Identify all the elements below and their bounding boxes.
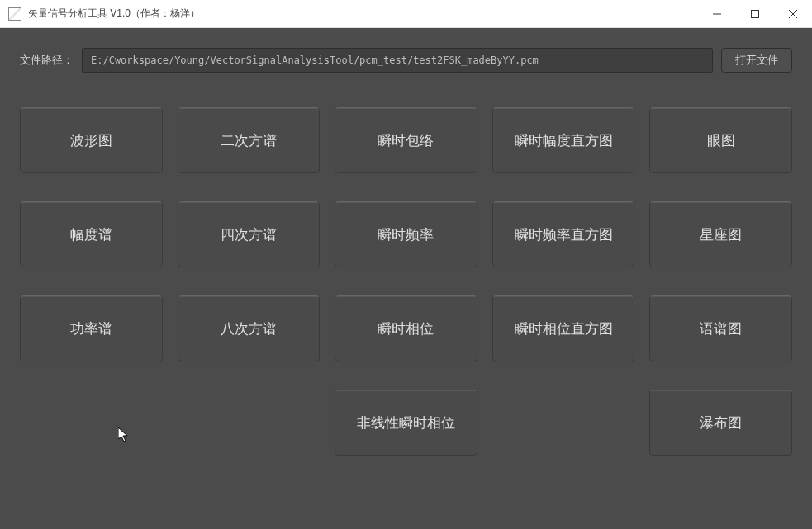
- app-body: 文件路径： 打开文件 波形图 二次方谱 瞬时包络 瞬时幅度直方图 眼图 幅度谱 …: [0, 28, 812, 529]
- amplitude-spectrum-button[interactable]: 幅度谱: [20, 201, 163, 267]
- fourth-power-spectrum-button[interactable]: 四次方谱: [178, 201, 321, 267]
- nonlinear-instant-phase-button[interactable]: 非线性瞬时相位: [335, 390, 477, 456]
- titlebar-left: 矢量信号分析工具 V1.0（作者：杨洋）: [0, 7, 200, 21]
- spectrogram-button[interactable]: 语谱图: [649, 295, 792, 361]
- instant-phase-histogram-button[interactable]: 瞬时相位直方图: [492, 295, 635, 361]
- minimize-button[interactable]: [698, 0, 736, 28]
- waterfall-button[interactable]: 瀑布图: [649, 390, 792, 456]
- eighth-power-spectrum-button[interactable]: 八次方谱: [178, 295, 321, 361]
- window-controls: [698, 0, 812, 28]
- instant-envelope-button[interactable]: 瞬时包络: [335, 107, 477, 173]
- maximize-button[interactable]: [736, 0, 774, 28]
- window-title: 矢量信号分析工具 V1.0（作者：杨洋）: [28, 7, 200, 21]
- minimize-icon: [713, 10, 721, 18]
- file-row: 文件路径： 打开文件: [20, 48, 792, 73]
- maximize-icon: [751, 10, 759, 18]
- svg-rect-1: [752, 10, 759, 17]
- button-grid: 波形图 二次方谱 瞬时包络 瞬时幅度直方图 眼图 幅度谱 四次方谱 瞬时频率 瞬…: [20, 107, 792, 456]
- app-icon: [8, 7, 21, 21]
- open-file-button[interactable]: 打开文件: [721, 48, 792, 73]
- instant-frequency-button[interactable]: 瞬时频率: [335, 201, 477, 267]
- eye-diagram-button[interactable]: 眼图: [649, 107, 792, 173]
- power-spectrum-button[interactable]: 功率谱: [20, 295, 163, 361]
- constellation-button[interactable]: 星座图: [649, 201, 792, 267]
- close-button[interactable]: [774, 0, 812, 28]
- waveform-button[interactable]: 波形图: [20, 107, 163, 173]
- instant-amplitude-histogram-button[interactable]: 瞬时幅度直方图: [492, 107, 635, 173]
- file-path-input[interactable]: [82, 48, 713, 73]
- close-icon: [789, 10, 797, 18]
- instant-phase-button[interactable]: 瞬时相位: [335, 295, 477, 361]
- instant-frequency-histogram-button[interactable]: 瞬时频率直方图: [492, 201, 635, 267]
- second-power-spectrum-button[interactable]: 二次方谱: [178, 107, 321, 173]
- file-label: 文件路径：: [20, 53, 74, 68]
- titlebar: 矢量信号分析工具 V1.0（作者：杨洋）: [0, 0, 812, 28]
